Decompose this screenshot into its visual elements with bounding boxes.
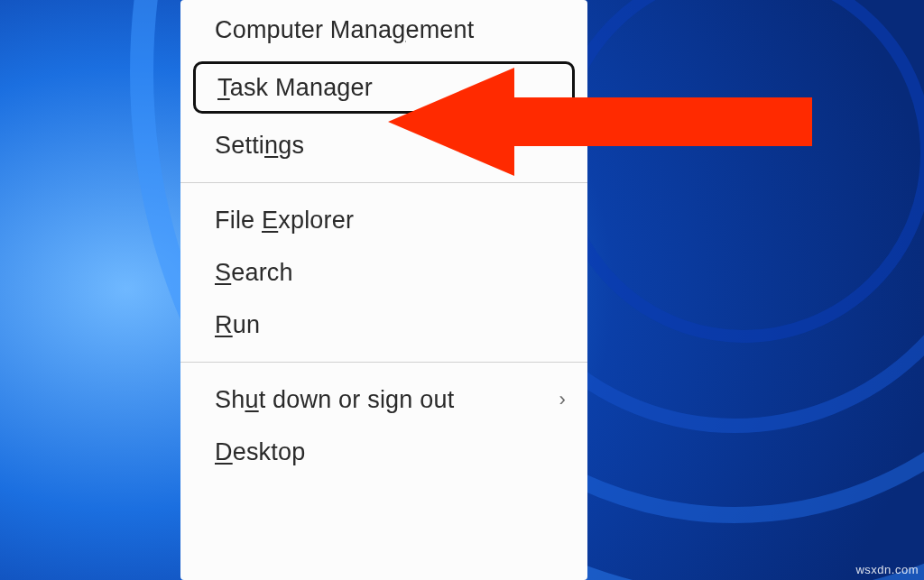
- mnemonic-char: D: [215, 438, 233, 465]
- mnemonic-char: T: [217, 74, 230, 101]
- menu-item-label: Desktop: [215, 438, 305, 466]
- watermark-text: wsxdn.com: [855, 563, 919, 576]
- menu-item-label: Settings: [215, 132, 304, 160]
- menu-item-computer-management[interactable]: Computer Management: [180, 4, 587, 56]
- mnemonic-char: R: [215, 311, 233, 338]
- mnemonic-char: g: [392, 16, 405, 43]
- menu-item-label: Computer Management: [215, 16, 474, 44]
- mnemonic-char: E: [262, 207, 278, 234]
- menu-separator: [180, 362, 587, 363]
- mnemonic-char: S: [215, 259, 231, 286]
- menu-item-run[interactable]: Run: [180, 299, 587, 351]
- menu-item-label: Shut down or sign out: [215, 386, 454, 414]
- menu-item-shutdown[interactable]: Shut down or sign out›: [180, 373, 587, 426]
- winx-context-menu: Computer ManagementTask ManagerSettingsF…: [180, 0, 587, 580]
- menu-item-settings[interactable]: Settings: [180, 119, 587, 171]
- menu-separator: [180, 182, 587, 183]
- mnemonic-char: n: [264, 132, 278, 159]
- menu-item-label: File Explorer: [215, 207, 354, 235]
- menu-item-label: Search: [215, 259, 293, 287]
- menu-item-label: Task Manager: [217, 74, 373, 102]
- menu-item-desktop[interactable]: Desktop: [180, 426, 587, 478]
- menu-item-task-manager[interactable]: Task Manager: [193, 61, 575, 114]
- menu-item-file-explorer[interactable]: File Explorer: [180, 194, 587, 246]
- chevron-right-icon: ›: [559, 388, 566, 411]
- mnemonic-char: u: [245, 386, 258, 413]
- menu-item-label: Run: [215, 311, 260, 339]
- menu-item-search[interactable]: Search: [180, 246, 587, 299]
